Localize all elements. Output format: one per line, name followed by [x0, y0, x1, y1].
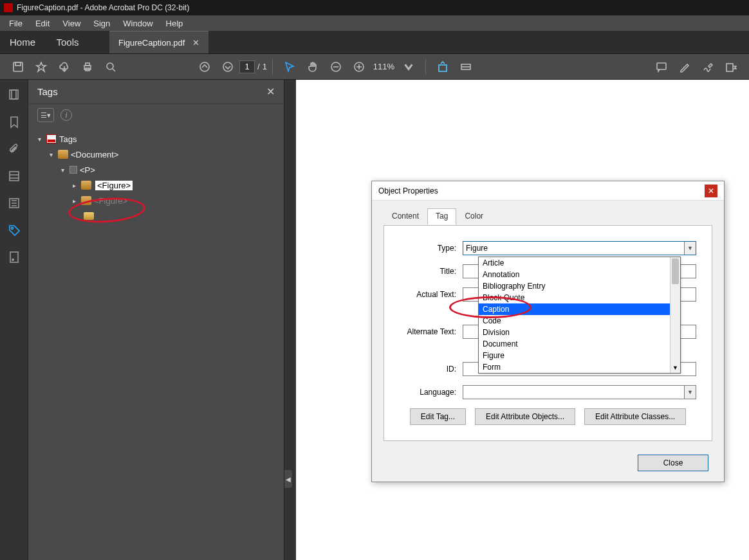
close-button[interactable]: Close	[638, 455, 708, 471]
sign-icon[interactable]	[699, 58, 717, 76]
print-icon[interactable]	[79, 58, 97, 76]
zoom-caret-icon[interactable]	[400, 58, 418, 76]
tabs-row: Home Tools FigureCaption.pdf ✕	[0, 31, 749, 54]
info-icon[interactable]: i	[60, 109, 72, 121]
menu-view[interactable]: View	[56, 17, 87, 30]
attachment-icon[interactable]	[8, 143, 21, 156]
tab-tools[interactable]: Tools	[45, 31, 90, 53]
menu-edit[interactable]: Edit	[29, 17, 56, 30]
dialog-close-icon[interactable]: ✕	[705, 185, 717, 197]
tab-tag[interactable]: Tag	[427, 208, 456, 225]
search-icon[interactable]	[102, 58, 120, 76]
svg-rect-4	[86, 63, 89, 66]
dialog-titlebar[interactable]: Object Properties ✕	[372, 181, 724, 201]
tags-icon[interactable]	[8, 224, 21, 237]
page-down-icon[interactable]	[219, 58, 237, 76]
tags-panel: Tags ✕ ☰▾ i ▾ Tags ▾ <Document> ▾ <P>	[28, 80, 284, 560]
collapse-handle-icon[interactable]: ◀	[284, 470, 292, 488]
tree-figure-1[interactable]: ▸ <Figure>	[35, 177, 277, 193]
language-combobox[interactable]: ▼	[463, 385, 696, 399]
tags-tree: ▾ Tags ▾ <Document> ▾ <P> ▸ <Figure> ▸	[28, 126, 284, 229]
content-icon[interactable]	[8, 251, 21, 264]
cloud-icon[interactable]	[55, 58, 73, 76]
save-icon[interactable]	[9, 58, 27, 76]
svg-point-28	[12, 258, 14, 261]
fit-icon[interactable]	[434, 58, 452, 76]
comment-icon[interactable]	[652, 58, 670, 76]
zoom-level: 111%	[373, 62, 394, 71]
label-id: ID:	[400, 365, 463, 374]
menu-sign[interactable]: Sign	[87, 17, 116, 30]
dropdown-item-code[interactable]: Code	[479, 315, 680, 327]
file-tabs: FigureCaption.pdf ✕	[109, 31, 208, 53]
svg-point-9	[223, 62, 232, 71]
stamp-icon[interactable]	[722, 58, 740, 76]
menu-window[interactable]: Window	[116, 17, 159, 30]
label-language: Language:	[400, 388, 463, 397]
dropdown-item-division[interactable]: Division	[479, 327, 680, 338]
zoom-in-icon[interactable]	[350, 58, 368, 76]
star-icon[interactable]	[32, 58, 50, 76]
dialog-title-text: Object Properties	[378, 186, 438, 195]
object-properties-dialog: Object Properties ✕ Content Tag Color Ty…	[371, 181, 725, 482]
dropdown-item-article[interactable]: Article	[479, 257, 680, 269]
tree-figure-2-label: <Figure>	[94, 196, 127, 206]
tree-document[interactable]: ▾ <Document>	[35, 147, 277, 162]
left-rail	[0, 80, 28, 560]
app-icon	[4, 3, 13, 12]
tree-figure-2[interactable]: ▸ <Figure>	[35, 193, 277, 208]
close-panel-icon[interactable]: ✕	[266, 86, 275, 98]
type-value: Figure	[466, 244, 488, 253]
label-actual-text: Actual Text:	[400, 290, 463, 299]
tab-color[interactable]: Color	[456, 208, 492, 225]
page-display-icon[interactable]	[457, 58, 475, 76]
file-tab[interactable]: FigureCaption.pdf ✕	[109, 31, 208, 53]
page-number: / 1	[239, 60, 267, 73]
order-icon[interactable]	[8, 197, 21, 210]
select-icon[interactable]	[281, 58, 299, 76]
edit-tag-button[interactable]: Edit Tag...	[410, 408, 466, 425]
tab-home[interactable]: Home	[0, 31, 45, 53]
tree-p[interactable]: ▾ <P>	[35, 162, 277, 177]
language-caret-icon[interactable]: ▼	[684, 386, 696, 399]
page-current-input[interactable]	[239, 60, 255, 73]
edit-attribute-classes-button[interactable]: Edit Attribute Classes...	[584, 408, 686, 425]
svg-rect-20	[10, 90, 16, 99]
bookmark-icon[interactable]	[8, 116, 21, 129]
tags-options: ☰▾ i	[28, 104, 284, 126]
dialog-tabs: Content Tag Color	[384, 208, 712, 225]
label-type: Type:	[400, 244, 463, 253]
menu-help[interactable]: Help	[160, 17, 190, 30]
type-combobox[interactable]: Figure ▼	[463, 241, 696, 255]
dropdown-item-figure[interactable]: Figure	[479, 350, 680, 361]
tree-root[interactable]: ▾ Tags	[35, 131, 277, 147]
scroll-down-icon[interactable]: ▼	[670, 363, 680, 373]
svg-marker-2	[37, 62, 46, 71]
dropdown-item-blockquote[interactable]: Block Quote	[479, 292, 680, 303]
type-dropdown-list: Article Annotation Bibliography Entry Bl…	[478, 257, 681, 374]
tab-content[interactable]: Content	[384, 208, 427, 225]
highlight-icon[interactable]	[676, 58, 694, 76]
page-up-icon[interactable]	[196, 58, 214, 76]
edit-attribute-objects-button[interactable]: Edit Attribute Objects...	[475, 408, 575, 425]
dropdown-item-form[interactable]: Form	[479, 361, 680, 373]
menu-file[interactable]: File	[3, 17, 29, 30]
zoom-out-icon[interactable]	[327, 58, 345, 76]
svg-rect-27	[10, 252, 18, 262]
tree-leaf[interactable]	[35, 208, 277, 224]
layers-icon[interactable]	[8, 170, 21, 183]
svg-rect-18	[657, 63, 666, 69]
svg-rect-1	[15, 62, 21, 66]
dropdown-item-annotation[interactable]: Annotation	[479, 269, 680, 280]
dropdown-caret-icon[interactable]: ▼	[684, 242, 696, 255]
dropdown-scrollbar[interactable]: ▼	[670, 257, 680, 373]
options-menu-button[interactable]: ☰▾	[37, 108, 54, 122]
dropdown-item-document[interactable]: Document	[479, 338, 680, 350]
page-total: 1	[263, 62, 267, 71]
thumbnails-icon[interactable]	[8, 89, 21, 102]
dropdown-item-caption[interactable]: Caption	[479, 303, 680, 315]
hand-icon[interactable]	[304, 58, 322, 76]
dropdown-item-bibliography[interactable]: Bibliography Entry	[479, 280, 680, 292]
scroll-thumb[interactable]	[672, 258, 679, 284]
close-tab-icon[interactable]: ✕	[192, 38, 199, 48]
